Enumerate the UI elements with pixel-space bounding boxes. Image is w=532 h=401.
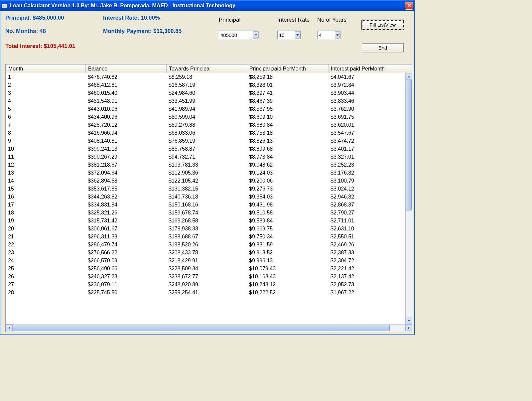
scroll-down-button[interactable]: [406, 318, 412, 324]
interest-rate-combo[interactable]: [277, 31, 301, 39]
table-cell: $178,938.33: [167, 226, 247, 232]
table-cell: $169,268.58: [167, 218, 247, 224]
table-row[interactable]: 17$334,831.84$150,168.16$9,431.98$2,868.…: [6, 201, 412, 209]
end-button[interactable]: End: [362, 43, 404, 52]
table-cell: $9,276.73: [247, 186, 329, 192]
amortization-listview[interactable]: MonthBalanceTowards PrincipalPrincipal p…: [5, 64, 413, 332]
fill-listview-button[interactable]: Fill ListView: [362, 20, 404, 30]
table-row[interactable]: 9$408,140.81$76,859.19$8,826.13$3,474.72: [6, 137, 412, 145]
scroll-right-button[interactable]: [405, 325, 412, 331]
table-row[interactable]: 16$344,263.82$140,736.18$9,354.03$2,946.…: [6, 193, 412, 201]
table-row[interactable]: 28$225,745.50$259,254.41$10,222.52$1,967…: [6, 289, 412, 297]
table-cell: $362,894.58: [86, 178, 167, 184]
table-row[interactable]: 18$325,321.26$159,678.74$9,510.58$2,790.…: [6, 209, 412, 217]
table-row[interactable]: 14$362,894.58$122,105.42$9,200.06$3,100.…: [6, 177, 412, 185]
column-header[interactable]: Balance: [86, 65, 167, 73]
hscroll-track[interactable]: [13, 325, 405, 332]
table-cell: $228,509.34: [167, 266, 247, 272]
table-row[interactable]: 19$315,731.42$169,268.58$9,589.84$2,711.…: [6, 217, 412, 225]
table-cell: 28: [6, 290, 86, 296]
column-header[interactable]: Principal paid PerMonth: [247, 65, 329, 73]
table-cell: $276,566.22: [86, 250, 167, 256]
no-years-dropdown-button[interactable]: [335, 31, 340, 39]
table-cell: 11: [6, 154, 86, 160]
table-row[interactable]: 6$434,400.96$50,599.04$8,609.10$3,691.75: [6, 113, 412, 121]
table-row[interactable]: 22$286,479.74$198,520.26$9,831.59$2,469.…: [6, 241, 412, 249]
table-cell: $2,387.33: [329, 250, 401, 256]
table-row[interactable]: 8$416,966.94$68,033.06$8,753.18$3,547.67: [6, 129, 412, 137]
table-row[interactable]: 26$246,327.23$238,672.77$10,163.43$2,137…: [6, 273, 412, 281]
table-cell: $9,831.59: [247, 242, 329, 248]
table-cell: $236,079.11: [86, 282, 167, 288]
table-cell: $16,587.19: [167, 82, 247, 88]
close-button[interactable]: ✕: [405, 2, 413, 10]
table-cell: $68,033.06: [167, 130, 247, 136]
table-row[interactable]: 13$372,094.64$112,905.36$9,124.03$3,176.…: [6, 169, 412, 177]
table-row[interactable]: 2$468,412.81$16,587.19$8,328.01$3,972.84: [6, 81, 412, 89]
table-cell: 24: [6, 258, 86, 264]
titlebar[interactable]: Loan Calculator Version 1.0 By: Mr. Jake…: [0, 0, 414, 11]
table-row[interactable]: 5$443,010.06$41,989.94$8,537.95$3,762.90: [6, 105, 412, 113]
table-row[interactable]: 25$256,490.66$228,509.34$10,079.43$2,221…: [6, 265, 412, 273]
table-cell: $2,868.87: [329, 202, 401, 208]
listview-body[interactable]: 1$476,740.82$8,259.18$8,259.18$4,041.672…: [6, 73, 412, 332]
table-row[interactable]: 12$381,218.67$103,781.33$9,048.62$3,252.…: [6, 161, 412, 169]
table-cell: $8,753.18: [247, 130, 329, 136]
scroll-up-button[interactable]: [406, 73, 412, 80]
table-row[interactable]: 4$451,548.01$33,451.99$8,467.39$3,833.46: [6, 97, 412, 105]
column-header[interactable]: Towards Principal: [167, 65, 247, 73]
table-row[interactable]: 21$296,311.33$188,688.67$9,750.34$2,550.…: [6, 233, 412, 241]
interest-rate-dropdown-button[interactable]: [295, 31, 300, 39]
table-cell: $3,547.67: [329, 130, 401, 136]
scroll-left-button[interactable]: [6, 325, 13, 331]
table-cell: $9,750.34: [247, 234, 329, 240]
table-cell: $8,259.18: [247, 74, 329, 80]
table-cell: $159,678.74: [167, 210, 247, 216]
table-cell: $2,304.72: [329, 258, 401, 264]
table-cell: $2,631.10: [329, 226, 401, 232]
label-monthly-payment: Monthly Payment: $12,300.85: [103, 28, 182, 35]
table-cell: $9,431.98: [247, 202, 329, 208]
svg-rect-1: [2, 3, 7, 4]
table-cell: 15: [6, 186, 86, 192]
table-row[interactable]: 27$236,079.11$248,920.89$10,248.12$2,052…: [6, 281, 412, 289]
table-row[interactable]: 11$390,267.29$94,732.71$8,973.84$3,327.0…: [6, 153, 412, 161]
column-header[interactable]: Month: [6, 65, 86, 73]
header-interest-rate: Interest Rate: [277, 17, 310, 23]
table-cell: 14: [6, 178, 86, 184]
interest-rate-input[interactable]: [278, 31, 295, 39]
table-cell: 13: [6, 170, 86, 176]
principal-combo[interactable]: [219, 31, 259, 39]
table-row[interactable]: 3$460,015.40$24,984.60$8,397.41$3,903.44: [6, 89, 412, 97]
app-icon: [2, 3, 8, 8]
table-cell: $8,826.13: [247, 138, 329, 144]
table-cell: 16: [6, 194, 86, 200]
vertical-scrollbar[interactable]: [405, 73, 412, 324]
table-row[interactable]: 1$476,740.82$8,259.18$8,259.18$4,041.67: [6, 73, 412, 81]
table-cell: $10,079.43: [247, 266, 329, 272]
table-cell: $8,537.95: [247, 106, 329, 112]
table-cell: $94,732.71: [167, 154, 247, 160]
horizontal-scrollbar[interactable]: [6, 324, 412, 332]
no-years-input[interactable]: [318, 31, 334, 39]
table-row[interactable]: 24$266,570.09$218,429.91$9,996.13$2,304.…: [6, 257, 412, 265]
table-cell: $218,429.91: [167, 258, 247, 264]
principal-input[interactable]: [219, 31, 253, 39]
table-row[interactable]: 20$306,061.67$178,938.33$9,669.75$2,631.…: [6, 225, 412, 233]
principal-dropdown-button[interactable]: [253, 31, 259, 39]
table-row[interactable]: 23$276,566.22$208,433.78$9,913.52$2,387.…: [6, 249, 412, 257]
vscroll-track[interactable]: [406, 80, 412, 318]
no-years-combo[interactable]: [317, 31, 340, 39]
svg-rect-2: [2, 5, 7, 8]
table-cell: $208,433.78: [167, 250, 247, 256]
table-row[interactable]: 10$399,241.13$85,758.87$8,899.68$3,401.1…: [6, 145, 412, 153]
column-header[interactable]: Interest paid PerMonth: [329, 65, 401, 73]
table-row[interactable]: 15$353,617.85$131,382.15$9,276.73$3,024.…: [6, 185, 412, 193]
table-cell: $10,163.43: [247, 274, 329, 280]
header-principal: Principal: [219, 17, 240, 23]
table-cell: $9,200.06: [247, 178, 329, 184]
vscroll-thumb[interactable]: [406, 80, 412, 210]
table-row[interactable]: 7$425,720.12$59,279.88$8,680.84$3,620.01: [6, 121, 412, 129]
label-interest-rate: Interest Rate: 10.00%: [103, 15, 160, 21]
hscroll-thumb[interactable]: [13, 325, 390, 331]
